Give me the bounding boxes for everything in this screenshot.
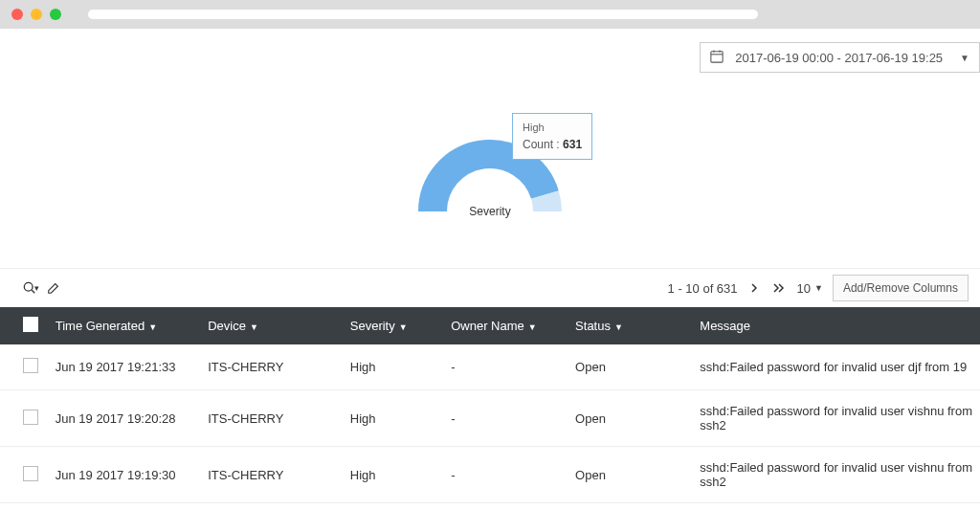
cell-owner: -	[443, 390, 568, 447]
cell-device: ITS-CHERRY	[200, 344, 343, 390]
column-header-device[interactable]: Device▼	[200, 307, 343, 344]
table-row[interactable]: Jun 19 2017 19:19:30ITS-CHERRYHigh-Opens…	[0, 447, 980, 503]
last-page-button[interactable]	[770, 283, 788, 293]
cell-device: CHERRY-LINUX	[200, 503, 343, 511]
window-maximize-button[interactable]	[50, 9, 61, 20]
cell-severity: High	[343, 503, 443, 511]
chart-center-label: Severity	[469, 205, 510, 218]
cell-device: ITS-CHERRY	[200, 447, 343, 503]
cell-owner: -	[443, 503, 568, 511]
row-checkbox[interactable]	[23, 358, 38, 373]
search-icon[interactable]: ▾	[23, 281, 39, 295]
caret-down-icon: ▼	[814, 283, 823, 293]
window-close-button[interactable]	[11, 9, 23, 20]
edit-icon[interactable]	[47, 281, 60, 295]
cell-time: Jun 19 2017 19:21:33	[48, 344, 200, 390]
next-page-button[interactable]	[747, 283, 761, 293]
table-toolbar: ▾ 1 - 10 of 631 10 ▼ Add/Remove Columns	[0, 268, 980, 307]
cell-message: sshd:Failed password for invalid user vi…	[692, 390, 980, 447]
cell-severity: High	[343, 344, 443, 390]
sort-caret-icon: ▼	[528, 322, 537, 332]
svg-point-4	[24, 282, 33, 291]
column-header-time[interactable]: Time Generated▼	[48, 307, 200, 344]
cell-status: Open	[568, 390, 692, 447]
cell-message: sshd:Failed password for invalid user vi…	[692, 447, 980, 503]
cell-status: Open	[568, 344, 692, 390]
select-all-checkbox[interactable]	[23, 317, 38, 332]
page-size-select[interactable]: 10 ▼	[797, 281, 823, 296]
row-checkbox[interactable]	[23, 410, 38, 425]
column-header-severity[interactable]: Severity▼	[343, 307, 443, 344]
page-size-value: 10	[797, 281, 811, 296]
caret-down-icon: ▼	[960, 53, 969, 63]
cell-severity: High	[343, 447, 443, 503]
column-header-status[interactable]: Status▼	[568, 307, 692, 344]
date-range-text: 2017-06-19 00:00 - 2017-06-19 19:25	[735, 51, 943, 65]
sort-caret-icon: ▼	[614, 322, 623, 332]
cell-status: Open	[568, 503, 692, 511]
cell-device: ITS-CHERRY	[200, 390, 343, 447]
tooltip-count-value: 631	[563, 138, 582, 151]
add-remove-columns-button[interactable]: Add/Remove Columns	[833, 275, 969, 301]
date-range-picker[interactable]: 2017-06-19 00:00 - 2017-06-19 19:25 ▼	[700, 42, 980, 73]
pagination-range: 1 - 10 of 631	[668, 281, 738, 296]
column-header-message[interactable]: Message	[692, 307, 980, 344]
cell-status: Open	[568, 447, 692, 503]
window-minimize-button[interactable]	[31, 9, 42, 20]
cell-owner: -	[443, 344, 568, 390]
address-bar[interactable]	[88, 10, 758, 19]
tooltip-series-name: High	[523, 120, 582, 136]
sort-caret-icon: ▼	[399, 322, 408, 332]
calendar-icon	[710, 50, 724, 66]
cell-time: Jun 19 2017 19:17:09	[48, 503, 200, 511]
table-header-row: Time Generated▼ Device▼ Severity▼ Owner …	[0, 307, 980, 344]
cell-message: sshd:Failed password for invalid user dj…	[692, 344, 980, 390]
cell-time: Jun 19 2017 19:20:28	[48, 390, 200, 447]
svg-rect-0	[711, 51, 723, 61]
cell-severity: High	[343, 390, 443, 447]
window-titlebar	[0, 0, 980, 29]
table-row[interactable]: Jun 19 2017 19:21:33ITS-CHERRYHigh-Opens…	[0, 344, 980, 390]
severity-chart: Severity High Count : 631	[0, 86, 980, 268]
column-header-owner[interactable]: Owner Name▼	[443, 307, 568, 344]
sort-caret-icon: ▼	[148, 322, 157, 332]
cell-message: sshd:Failed password for invalid user vi…	[692, 503, 980, 511]
row-checkbox[interactable]	[23, 466, 38, 481]
sort-caret-icon: ▼	[250, 322, 258, 332]
table-row[interactable]: Jun 19 2017 19:17:09CHERRY-LINUXHigh-Ope…	[0, 503, 980, 511]
chart-tooltip: High Count : 631	[512, 113, 592, 160]
pagination: 1 - 10 of 631 10 ▼	[668, 281, 823, 296]
events-table: Time Generated▼ Device▼ Severity▼ Owner …	[0, 307, 980, 510]
table-row[interactable]: Jun 19 2017 19:20:28ITS-CHERRYHigh-Opens…	[0, 390, 980, 447]
cell-owner: -	[443, 447, 568, 503]
tooltip-count-label: Count :	[523, 138, 560, 151]
cell-time: Jun 19 2017 19:19:30	[48, 447, 200, 503]
